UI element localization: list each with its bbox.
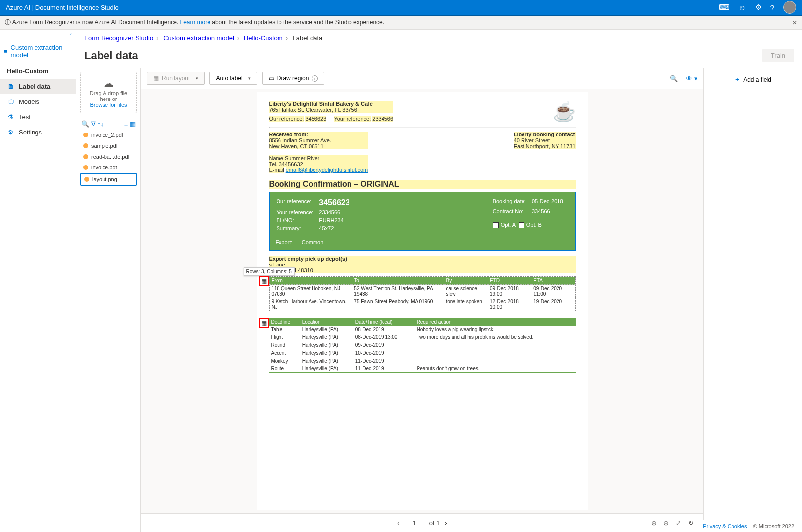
doc-label: Contract No:	[493, 208, 531, 217]
doc-value: East Northport, NY 11731	[514, 143, 576, 149]
doc-label: Your reference:	[277, 209, 318, 216]
doc-label: Export:	[276, 239, 293, 245]
doc-address: 765 Halifax St. Clearwater, FL 33756	[269, 107, 394, 113]
banner-learn-more-link[interactable]: Learn more	[180, 19, 210, 26]
doc-deadline-table: DeadlineLocationDate/Time (local)Require…	[269, 318, 576, 373]
prev-page-icon[interactable]: ‹	[397, 519, 399, 527]
keyboard-icon[interactable]: ⌨	[719, 3, 730, 12]
canvas-area: ▦Run layout▾ Auto label▾ ▭Draw region i …	[140, 68, 703, 532]
doc-value: 2334566	[372, 116, 393, 122]
doc-label: Your reference:	[334, 116, 371, 122]
file-item[interactable]: invoice_2.pdf	[80, 130, 137, 140]
dropzone-text: Drag & drop file here or	[84, 90, 133, 102]
table-icon[interactable]: ▦	[259, 276, 269, 286]
browse-files-link[interactable]: Browse for files	[90, 102, 127, 108]
doc-value: 05-Dec-2018	[532, 198, 568, 207]
doc-value: Tel. 34456632	[269, 161, 368, 167]
sort-icon[interactable]: ↑↓	[97, 120, 104, 128]
fit-icon[interactable]: ⤢	[676, 519, 681, 527]
status-dot-icon	[83, 165, 88, 170]
grid-view-icon[interactable]: ▦	[130, 120, 136, 128]
visibility-icon[interactable]: 👁 ▾	[686, 75, 697, 82]
sidebar-item-label: Settings	[19, 129, 42, 136]
file-name: invoice_2.pdf	[91, 132, 123, 138]
layout-icon: ▦	[153, 75, 159, 82]
zoom-out-icon[interactable]: ⊖	[663, 519, 669, 527]
run-layout-button[interactable]: ▦Run layout▾	[147, 72, 205, 85]
sidebar-header[interactable]: ≡ Custom extraction model	[0, 39, 76, 64]
avatar[interactable]	[783, 1, 796, 14]
feedback-icon[interactable]: ☺	[738, 3, 746, 12]
doc-value: 40 River Street	[514, 137, 576, 143]
fields-panel: ＋Add a field	[703, 68, 802, 532]
info-icon: ⓘ	[5, 19, 11, 26]
draw-region-button[interactable]: ▭Draw region i	[262, 72, 325, 85]
close-icon[interactable]: ✕	[792, 19, 797, 26]
privacy-link[interactable]: Privacy & Cookies	[703, 523, 747, 529]
filter-icon[interactable]: ∇	[91, 120, 96, 128]
dropzone[interactable]: ☁ Drag & drop file here or Browse for fi…	[80, 72, 137, 113]
sidebar-item-test[interactable]: ⚗ Test	[0, 109, 76, 125]
doc-value: Common	[302, 239, 324, 245]
next-page-icon[interactable]: ›	[445, 519, 447, 527]
footer: Privacy & Cookies © Microsoft 2022	[695, 520, 802, 532]
document-viewport[interactable]: Liberty's Delightful Sinful Bakery & Caf…	[141, 89, 703, 513]
label-data-icon: 🗎	[7, 83, 15, 90]
help-icon[interactable]: ?	[770, 3, 774, 12]
settings-icon[interactable]: ⚙	[755, 3, 762, 12]
file-name: read-ba...de.pdf	[91, 154, 130, 160]
button-label: Draw region	[277, 75, 309, 82]
content: Form Recognizer Studio› Custom extractio…	[76, 30, 802, 532]
breadcrumb-link[interactable]: Custom extraction model	[163, 34, 234, 42]
plus-icon: ＋	[734, 75, 740, 84]
file-panel-tools: 🔍 ∇ ↑↓ ≡ ▦	[80, 118, 137, 130]
breadcrumb-link[interactable]: Form Recognizer Studio	[84, 34, 153, 42]
breadcrumb-link[interactable]: Hello-Custom	[244, 34, 283, 42]
models-icon: ⬡	[7, 98, 15, 105]
zoom-in-icon[interactable]: ⊕	[651, 519, 657, 527]
file-item[interactable]: invoice.pdf	[80, 162, 137, 173]
doc-value: EURH234	[319, 217, 354, 224]
page-title: Label data	[84, 49, 138, 62]
file-name: sample.pdf	[91, 143, 118, 149]
doc-value: 334566	[532, 208, 568, 217]
add-field-button[interactable]: ＋Add a field	[709, 72, 797, 87]
doc-email-link: email6@libertydelightfulsinful.com	[286, 167, 368, 173]
cloud-upload-icon: ☁	[84, 77, 133, 90]
doc-option: Opt. B	[526, 222, 542, 228]
button-label: Run layout	[162, 75, 190, 82]
sidebar-header-label: Custom extraction model	[11, 44, 72, 59]
search-icon[interactable]: 🔍	[81, 120, 89, 128]
auto-label-button[interactable]: Auto label▾	[209, 72, 257, 85]
file-item[interactable]: sample.pdf	[80, 140, 137, 151]
sidebar-item-settings[interactable]: ⚙ Settings	[0, 125, 76, 140]
list-icon: ≡	[4, 48, 8, 55]
file-item[interactable]: layout.png	[80, 173, 137, 186]
info-icon[interactable]: i	[312, 75, 318, 82]
chevron-down-icon: ▾	[248, 76, 251, 81]
rotate-icon[interactable]: ↻	[688, 519, 694, 527]
file-item[interactable]: read-ba...de.pdf	[80, 151, 137, 162]
doc-section-title: Export empty pick up depot(s)	[269, 256, 576, 262]
sidebar-item-models[interactable]: ⬡ Models	[0, 94, 76, 109]
table-icon[interactable]: ▦	[259, 318, 269, 328]
doc-option: Opt. A	[501, 222, 516, 228]
sidebar-collapse-icon[interactable]: «	[0, 30, 76, 39]
doc-section-title: Liberty booking contact	[514, 132, 576, 137]
pager: ‹ of 1 › ⊕ ⊖ ⤢ ↻	[141, 513, 703, 532]
sidebar-item-label-data[interactable]: 🗎 Label data	[0, 79, 76, 94]
file-name: layout.png	[92, 176, 117, 182]
app-title: Azure AI | Document Intelligence Studio	[6, 4, 119, 11]
list-view-icon[interactable]: ≡	[124, 120, 128, 128]
doc-value: Heights, MI 48310	[269, 267, 576, 273]
doc-value: 8556 Indian Summer Ave.	[269, 137, 368, 143]
sidebar-project-name: Hello-Custom	[0, 64, 76, 79]
train-button[interactable]: Train	[762, 49, 794, 62]
button-label: Auto label	[216, 75, 242, 82]
doc-summary-box: Our reference:3456623 Your reference:233…	[269, 192, 576, 251]
test-icon: ⚗	[7, 113, 15, 121]
search-icon[interactable]: 🔍	[670, 75, 678, 82]
page-input[interactable]	[405, 518, 424, 528]
doc-label: Our reference:	[277, 198, 318, 208]
status-dot-icon	[83, 154, 88, 159]
